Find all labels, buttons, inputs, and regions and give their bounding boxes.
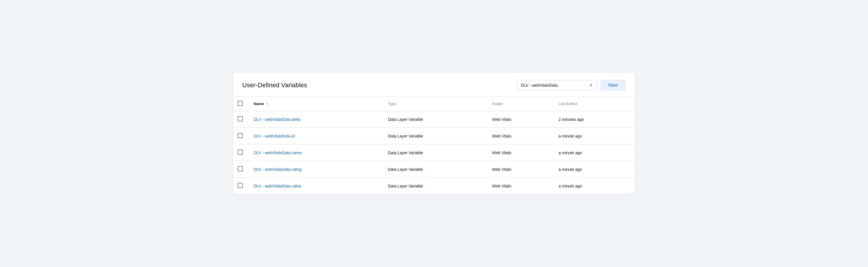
variable-link[interactable]: DLV - webVitalsData.value <box>254 184 301 188</box>
row-checkbox-cell <box>233 161 249 178</box>
search-input-value: DLV - webVitalsData. <box>521 83 587 88</box>
table-row: DLV - webVitalsData.delta Data Layer Var… <box>233 111 635 128</box>
row-folder-cell: Web Vitals <box>488 128 554 144</box>
row-checkbox-cell <box>233 144 249 161</box>
table-header-row: Name ↑ Type Folder Last Edited <box>233 97 635 111</box>
header-checkbox-cell <box>233 97 249 111</box>
row-checkbox[interactable] <box>238 133 243 138</box>
row-type-cell: Data Layer Variable <box>383 128 488 144</box>
row-checkbox-cell <box>233 111 249 128</box>
row-folder-cell: Web Vitals <box>488 111 554 128</box>
row-last-edited-cell: a minute ago <box>554 128 635 144</box>
row-folder-cell: Web Vitals <box>488 144 554 161</box>
row-last-edited-cell: a minute ago <box>554 161 635 178</box>
row-checkbox-cell <box>233 178 249 195</box>
variable-link[interactable]: DLV - webVitalsData.rating <box>254 167 302 172</box>
row-name-cell: DLV - webVitalsData.value <box>249 178 383 195</box>
table-row: DLV - webVitalsData.id Data Layer Variab… <box>233 128 635 144</box>
row-folder-cell: Web Vitals <box>488 178 554 195</box>
sort-ascending-icon: ↑ <box>266 101 268 106</box>
row-last-edited-cell: 2 minutes ago <box>554 111 635 128</box>
row-checkbox[interactable] <box>238 166 243 171</box>
panel-header: User-Defined Variables DLV - webVitalsDa… <box>233 73 635 96</box>
main-panel: User-Defined Variables DLV - webVitalsDa… <box>233 73 635 194</box>
row-checkbox[interactable] <box>238 183 243 188</box>
search-box[interactable]: DLV - webVitalsData. × <box>517 80 597 90</box>
panel-title: User-Defined Variables <box>242 82 307 89</box>
variable-link[interactable]: DLV - webVitalsData.name <box>254 150 302 155</box>
row-name-cell: DLV - webVitalsData.name <box>249 144 383 161</box>
variable-link[interactable]: DLV - webVitalsData.delta <box>254 117 300 122</box>
select-all-checkbox[interactable] <box>238 101 243 106</box>
row-name-cell: DLV - webVitalsData.delta <box>249 111 383 128</box>
variables-table: Name ↑ Type Folder Last Edited DLV - <box>233 96 635 194</box>
column-header-name[interactable]: Name ↑ <box>249 97 383 111</box>
header-controls: DLV - webVitalsData. × New <box>517 80 626 91</box>
row-folder-cell: Web Vitals <box>488 161 554 178</box>
table-row: DLV - webVitalsData.name Data Layer Vari… <box>233 144 635 161</box>
variable-link[interactable]: DLV - webVitalsData.id <box>254 134 295 138</box>
new-button[interactable]: New <box>600 80 626 91</box>
row-type-cell: Data Layer Variable <box>383 144 488 161</box>
row-last-edited-cell: a minute ago <box>554 178 635 195</box>
table-row: DLV - webVitalsData.rating Data Layer Va… <box>233 161 635 178</box>
row-name-cell: DLV - webVitalsData.id <box>249 128 383 144</box>
column-header-last-edited: Last Edited <box>554 97 635 111</box>
row-last-edited-cell: a minute ago <box>554 144 635 161</box>
row-type-cell: Data Layer Variable <box>383 161 488 178</box>
row-checkbox[interactable] <box>238 150 243 155</box>
row-type-cell: Data Layer Variable <box>383 178 488 195</box>
column-header-folder: Folder <box>488 97 554 111</box>
row-checkbox-cell <box>233 128 249 144</box>
clear-search-icon[interactable]: × <box>590 83 593 88</box>
column-header-type: Type <box>383 97 488 111</box>
row-type-cell: Data Layer Variable <box>383 111 488 128</box>
row-name-cell: DLV - webVitalsData.rating <box>249 161 383 178</box>
table-row: DLV - webVitalsData.value Data Layer Var… <box>233 178 635 195</box>
row-checkbox[interactable] <box>238 116 243 121</box>
